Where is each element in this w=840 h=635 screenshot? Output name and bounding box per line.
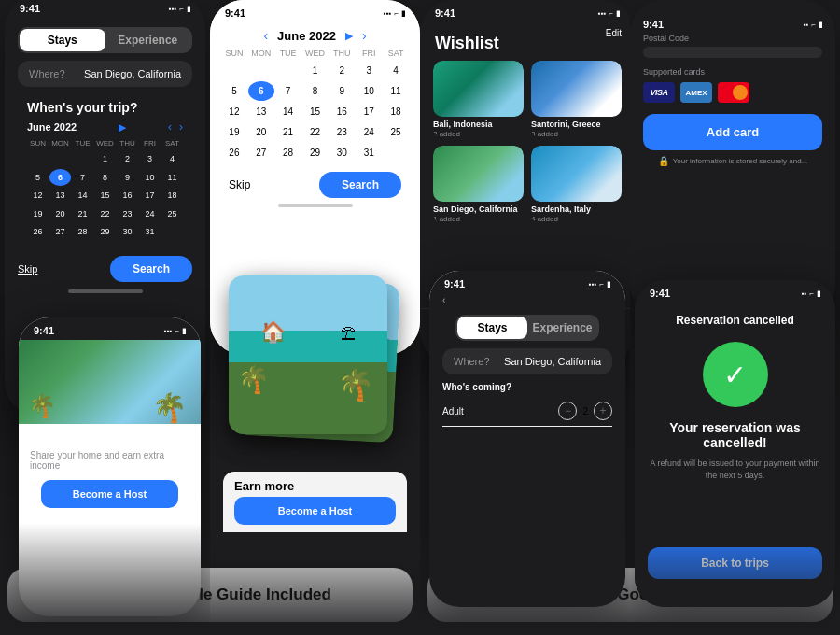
- p2-day-1[interactable]: 1: [302, 61, 329, 80]
- p2-day-17[interactable]: 17: [356, 102, 382, 121]
- status-icons-1b: ▪▪▪ ⌐ ▮: [164, 327, 186, 335]
- p2-day-13[interactable]: 13: [248, 102, 274, 121]
- p2-day-20[interactable]: 20: [248, 122, 274, 142]
- p2-day-6-today[interactable]: 6: [248, 81, 274, 101]
- stays-exp-toggle-3b[interactable]: Stays Experience: [455, 315, 599, 341]
- p2-day-7[interactable]: 7: [275, 81, 301, 101]
- umbrella-icon: ⛱: [341, 326, 356, 343]
- time-4b: 9:41: [650, 288, 670, 299]
- p2-skip-button[interactable]: Skip: [229, 178, 250, 191]
- where-card-3b[interactable]: Where? San Diego, California: [442, 348, 612, 374]
- prev-month-btn[interactable]: ‹: [168, 120, 172, 134]
- p2-day-22[interactable]: 22: [302, 122, 329, 142]
- p2-day-30[interactable]: 30: [329, 143, 355, 162]
- p2-day-12[interactable]: 12: [221, 102, 247, 121]
- cal-day-14[interactable]: 14: [72, 187, 93, 205]
- cal-day-7[interactable]: 7: [72, 169, 93, 187]
- p2-day-4[interactable]: 4: [383, 61, 409, 80]
- cal-day-27[interactable]: 27: [49, 223, 71, 241]
- p2-day-16[interactable]: 16: [329, 102, 355, 121]
- p2-day-27[interactable]: 27: [248, 143, 274, 162]
- cal-day-25[interactable]: 25: [161, 205, 183, 223]
- cal-day-20[interactable]: 20: [49, 205, 71, 223]
- p2-day-28[interactable]: 28: [275, 143, 301, 162]
- edit-button[interactable]: Edit: [606, 28, 622, 38]
- adult-increment[interactable]: +: [594, 402, 612, 420]
- cal-day-26[interactable]: 26: [27, 223, 49, 241]
- wishlist-item-sandiego[interactable]: San Diego, California 1 added: [433, 146, 524, 223]
- p2-day-31[interactable]: 31: [356, 143, 382, 162]
- skip-button-1[interactable]: Skip: [18, 263, 37, 275]
- cal-day-1[interactable]: 1: [94, 150, 116, 168]
- back-arrow-3b[interactable]: ‹: [442, 293, 612, 305]
- cal-day-5[interactable]: 5: [27, 169, 49, 187]
- cal-day-3[interactable]: 3: [139, 150, 161, 168]
- p2-day-23[interactable]: 23: [329, 122, 355, 142]
- checkmark-icon: ✓: [723, 359, 747, 391]
- cal-day-13[interactable]: 13: [49, 187, 71, 205]
- cal-day-30[interactable]: 30: [117, 223, 138, 241]
- p2-day-26[interactable]: 26: [221, 143, 247, 162]
- become-host-button[interactable]: Become a Host: [234, 497, 396, 525]
- p2-day-24[interactable]: 24: [356, 122, 382, 142]
- cal-day-4[interactable]: 4: [161, 150, 183, 168]
- exp-tab-3b[interactable]: Experience: [527, 317, 597, 339]
- cal-day-22[interactable]: 22: [94, 205, 116, 223]
- experience-tab[interactable]: Experience: [105, 29, 191, 51]
- adult-decrement[interactable]: −: [558, 402, 577, 420]
- wishlist-item-sardenha[interactable]: Sardenha, Italy 4 added: [531, 146, 622, 223]
- payment-inner: 9:41 ▪▪ ⌐ ▮ Postal Code Supported cards …: [630, 0, 835, 318]
- cal-day-12[interactable]: 12: [27, 187, 49, 205]
- postal-input[interactable]: [643, 47, 822, 58]
- p2-day-5[interactable]: 5: [221, 81, 247, 101]
- add-card-button[interactable]: Add card: [643, 114, 822, 150]
- p2-day-14[interactable]: 14: [275, 102, 301, 121]
- cal-day-28[interactable]: 28: [72, 223, 93, 241]
- p2-next-month[interactable]: ›: [362, 28, 367, 43]
- p2-hdr-wed: WED: [302, 47, 329, 60]
- p2-calendar: SUN MON TUE WED THU FRI SAT 1 2 3 4: [210, 47, 420, 162]
- cal-day-8[interactable]: 8: [94, 169, 116, 187]
- p2-day-10[interactable]: 10: [356, 81, 382, 101]
- back-to-trips-button[interactable]: Back to trips: [648, 547, 822, 579]
- cal-day-10[interactable]: 10: [139, 169, 161, 187]
- cal-day-19[interactable]: 19: [27, 205, 49, 223]
- stays-tab-3b[interactable]: Stays: [457, 317, 527, 339]
- month-arrows[interactable]: ‹ ›: [168, 120, 183, 134]
- become-host-btn-1[interactable]: Become a Host: [41, 480, 178, 508]
- p2-day-29[interactable]: 29: [302, 143, 329, 162]
- search-button-1[interactable]: Search: [110, 256, 192, 282]
- p2-prev-month[interactable]: ‹: [263, 28, 268, 43]
- p2-day-21[interactable]: 21: [275, 122, 301, 142]
- cal-day-29[interactable]: 29: [94, 223, 116, 241]
- cal-day-15[interactable]: 15: [94, 187, 116, 205]
- p2-day-11[interactable]: 11: [383, 81, 409, 101]
- stays-controls: ‹ Stays Experience Where? San Diego, Cal…: [429, 293, 625, 427]
- cal-day-9[interactable]: 9: [117, 169, 138, 187]
- p2-day-25[interactable]: 25: [383, 122, 409, 142]
- p2-day-19[interactable]: 19: [221, 122, 247, 142]
- next-month-btn[interactable]: ›: [179, 120, 183, 134]
- wishlist-item-santorini[interactable]: Santorini, Greece 3 added: [531, 61, 622, 138]
- stays-tab[interactable]: Stays: [20, 29, 105, 51]
- cal-day-6-today[interactable]: 6: [49, 169, 71, 187]
- cal-day-2[interactable]: 2: [117, 150, 138, 168]
- p2-day-18[interactable]: 18: [383, 102, 409, 121]
- cal-day-17[interactable]: 17: [139, 187, 161, 205]
- stay-experience-toggle[interactable]: Stays Experience: [18, 27, 192, 53]
- p2-day-9[interactable]: 9: [329, 81, 355, 101]
- cal-day-16[interactable]: 16: [117, 187, 138, 205]
- cal-day-23[interactable]: 23: [117, 205, 138, 223]
- p2-day-15[interactable]: 15: [302, 102, 329, 121]
- p2-day-2[interactable]: 2: [329, 61, 355, 80]
- cal-day-18[interactable]: 18: [161, 187, 183, 205]
- wishlist-item-bali[interactable]: Bali, Indonesia 2 added: [433, 61, 524, 138]
- where-card[interactable]: Where? San Diego, California: [18, 61, 192, 87]
- cal-day-21[interactable]: 21: [72, 205, 93, 223]
- cal-day-24[interactable]: 24: [139, 205, 161, 223]
- p2-day-3[interactable]: 3: [356, 61, 382, 80]
- cal-day-31[interactable]: 31: [139, 223, 161, 241]
- p2-search-button[interactable]: Search: [319, 172, 401, 198]
- p2-day-8[interactable]: 8: [302, 81, 329, 101]
- cal-day-11[interactable]: 11: [161, 169, 183, 187]
